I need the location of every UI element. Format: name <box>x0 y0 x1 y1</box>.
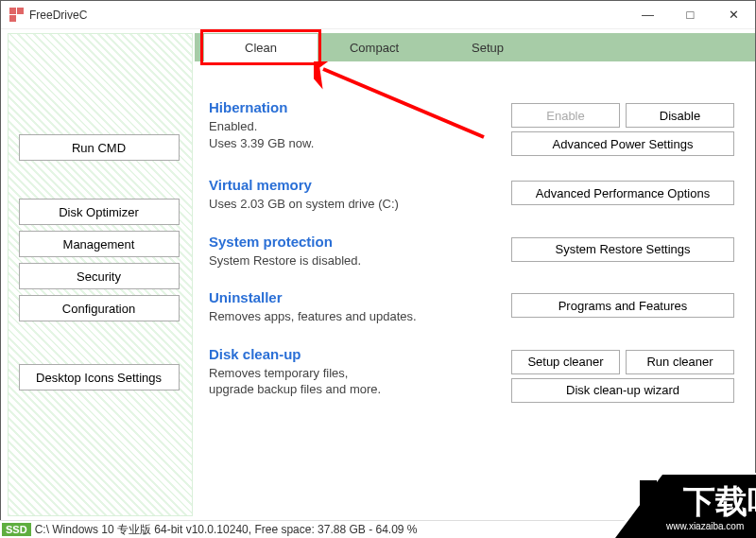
section-uninstaller: Uninstaller Removes apps, features and u… <box>209 289 755 325</box>
hibernation-title: Hibernation <box>209 99 511 115</box>
dc-line1: Removes temporary files, <box>209 366 348 380</box>
ssd-badge: SSD <box>2 523 31 536</box>
setup-cleaner-button[interactable]: Setup cleaner <box>511 350 620 374</box>
section-system-protection: System protection System Restore is disa… <box>209 234 755 269</box>
window-close-button[interactable]: ✕ <box>712 1 755 29</box>
hibernation-disable-button[interactable]: Disable <box>626 103 734 128</box>
management-button[interactable]: Management <box>19 231 180 257</box>
run-cleaner-button[interactable]: Run cleaner <box>626 350 734 374</box>
desktop-icons-button[interactable]: Desktop Icons Settings <box>19 364 180 390</box>
dc-line2: upgrade backup files and more. <box>209 382 381 396</box>
hibernation-line1: Enabled. <box>209 119 257 133</box>
security-button[interactable]: Security <box>19 263 180 289</box>
disk-optimizer-button[interactable]: Disk Optimizer <box>19 199 180 225</box>
sp-text: System Restore is disabled. <box>209 252 511 269</box>
main-panel: Clean Compact Setup Hibernation Enabled.… <box>195 29 755 520</box>
advanced-performance-options-button[interactable]: Advanced Performance Options <box>511 181 734 205</box>
tab-clean[interactable]: Clean <box>204 33 318 61</box>
vm-text: Uses 2.03 GB on system drive (C:) <box>209 196 511 213</box>
tab-bar: Clean Compact Setup <box>195 33 755 61</box>
vm-title: Virtual memory <box>209 177 511 193</box>
programs-and-features-button[interactable]: Programs and Features <box>511 293 734 318</box>
window-minimize-button[interactable]: — <box>627 1 669 29</box>
section-hibernation: Hibernation Enabled. Uses 3.39 GB now. E… <box>209 99 755 156</box>
dc-text: Removes temporary files, upgrade backup … <box>209 365 511 398</box>
section-virtual-memory: Virtual memory Uses 2.03 GB on system dr… <box>209 177 755 213</box>
tab-compact[interactable]: Compact <box>318 33 431 61</box>
un-text: Removes apps, features and updates. <box>209 308 511 325</box>
sp-title: System protection <box>209 234 511 250</box>
configuration-button[interactable]: Configuration <box>19 295 180 321</box>
content: Run CMD Disk Optimizer Management Securi… <box>1 29 755 520</box>
hibernation-text: Enabled. Uses 3.39 GB now. <box>209 118 511 151</box>
system-restore-settings-button[interactable]: System Restore Settings <box>511 237 734 262</box>
app-title: FreeDriveC <box>29 9 87 22</box>
section-disk-cleanup: Disk clean-up Removes temporary files, u… <box>209 346 755 403</box>
dc-title: Disk clean-up <box>209 346 511 362</box>
run-cmd-button[interactable]: Run CMD <box>19 134 180 161</box>
tab-setup[interactable]: Setup <box>431 33 544 61</box>
hibernation-enable-button[interactable]: Enable <box>511 103 620 128</box>
disk-cleanup-wizard-button[interactable]: Disk clean-up wizard <box>511 378 734 403</box>
clean-panel: Hibernation Enabled. Uses 3.39 GB now. E… <box>195 61 755 403</box>
un-title: Uninstaller <box>209 289 511 305</box>
hibernation-line2: Uses 3.39 GB now. <box>209 136 314 150</box>
advanced-power-settings-button[interactable]: Advanced Power Settings <box>511 131 734 156</box>
sidebar: Run CMD Disk Optimizer Management Securi… <box>1 29 195 520</box>
status-text: C:\ Windows 10 专业版 64-bit v10.0.10240, F… <box>35 522 418 538</box>
titlebar: FreeDriveC — □ ✕ <box>1 1 755 29</box>
app-icon <box>9 8 24 23</box>
window-maximize-button[interactable]: □ <box>669 1 712 29</box>
status-bar: SSD C:\ Windows 10 专业版 64-bit v10.0.1024… <box>0 520 756 538</box>
